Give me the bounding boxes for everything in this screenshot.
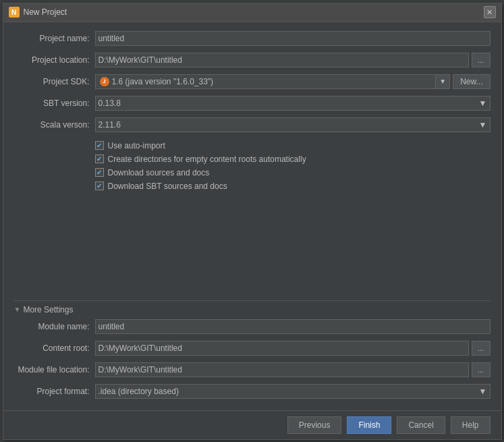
checkbox-auto-import: ✔ Use auto-import [95,141,491,150]
title-bar-left: N New Project [9,7,67,18]
project-location-input[interactable] [95,53,469,67]
download-sbt-label: Download SBT sources and docs [108,182,227,191]
cancel-button[interactable]: Cancel [397,416,445,434]
module-file-location-browse-button[interactable]: ... [472,362,491,377]
title-bar: N New Project ✕ [3,3,501,22]
project-location-row: Project location: ... [14,52,491,68]
project-location-field: ... [95,53,491,67]
project-name-input[interactable] [95,31,491,46]
project-location-browse-button[interactable]: ... [472,53,491,67]
sbt-dropdown-icon: ▼ [479,99,487,108]
collapse-icon: ▼ [14,306,21,313]
more-settings-header[interactable]: ▼ More Settings [14,301,491,319]
dialog-title: New Project [24,7,67,17]
more-settings-label: More Settings [23,305,73,314]
project-sdk-new-button[interactable]: New... [453,74,490,89]
module-file-location-row: Module file location: ... [14,362,491,378]
new-project-dialog: N New Project ✕ Project name: Project lo… [3,3,502,440]
sbt-version-label: SBT version: [14,99,95,108]
dialog-footer: Previous Finish Cancel Help [3,410,501,439]
create-dirs-checkbox[interactable]: ✔ [95,155,104,163]
project-sdk-combo: J 1.6 (java version "1.6.0_33") ▼ New... [95,74,491,89]
create-dirs-label: Create directories for empty content roo… [108,155,306,164]
more-settings-section: ▼ More Settings Module name: Content roo… [14,300,491,405]
project-format-dropdown-icon: ▼ [479,387,487,396]
project-sdk-label: Project SDK: [14,77,95,86]
previous-button[interactable]: Previous [287,416,342,434]
java-icon: J [100,77,109,86]
checkmark-icon: ✔ [96,183,102,190]
sbt-version-select[interactable]: 0.13.8 ▼ [95,96,491,111]
module-file-location-label: Module file location: [14,365,95,375]
auto-import-label: Use auto-import [108,141,165,150]
project-name-row: Project name: [14,30,491,47]
content-root-browse-button[interactable]: ... [472,341,491,356]
download-sources-checkbox[interactable]: ✔ [95,168,104,177]
finish-button[interactable]: Finish [347,416,391,434]
module-name-input[interactable] [95,319,491,334]
help-button[interactable]: Help [451,416,491,434]
project-sdk-dropdown-button[interactable]: ▼ [435,74,450,89]
auto-import-checkbox[interactable]: ✔ [95,141,104,150]
checkboxes-section: ✔ Use auto-import ✔ Create directories f… [95,141,491,191]
close-button[interactable]: ✕ [484,6,496,18]
project-format-label: Project format: [14,387,95,396]
module-name-label: Module name: [14,322,95,331]
content-root-label: Content root: [14,343,95,353]
project-location-label: Project location: [14,55,95,65]
download-sbt-checkbox[interactable]: ✔ [95,182,104,190]
checkbox-download-sources: ✔ Download sources and docs [95,168,491,177]
scala-version-select[interactable]: 2.11.6 ▼ [95,117,491,132]
content-root-field: ... [95,341,491,356]
checkbox-download-sbt: ✔ Download SBT sources and docs [95,182,491,191]
content-root-row: Content root: ... [14,340,491,356]
dialog-icon: N [9,7,20,18]
module-file-location-input[interactable] [95,362,469,377]
module-file-location-field: ... [95,362,491,377]
checkmark-icon: ✔ [96,169,102,176]
project-sdk-row: Project SDK: J 1.6 (java version "1.6.0_… [14,74,491,90]
project-format-select[interactable]: .idea (directory based) ▼ [95,384,491,399]
sbt-version-row: SBT version: 0.13.8 ▼ [14,95,491,111]
content-root-input[interactable] [95,341,469,356]
scala-version-label: Scala verson: [14,120,95,130]
checkbox-create-dirs: ✔ Create directories for empty content r… [95,155,491,164]
project-sdk-value[interactable]: J 1.6 (java version "1.6.0_33") [95,74,436,89]
more-settings-content: Module name: Content root: ... [14,319,491,405]
project-format-row: Project format: .idea (directory based) … [14,383,491,399]
download-sources-label: Download sources and docs [108,168,210,177]
dialog-body: Project name: Project location: ... Proj… [3,22,501,410]
module-name-row: Module name: [14,319,491,335]
scala-dropdown-icon: ▼ [479,120,487,130]
project-name-label: Project name: [14,34,95,43]
checkmark-icon: ✔ [96,156,102,163]
checkmark-icon: ✔ [96,142,102,149]
scala-version-row: Scala verson: 2.11.6 ▼ [14,117,491,133]
